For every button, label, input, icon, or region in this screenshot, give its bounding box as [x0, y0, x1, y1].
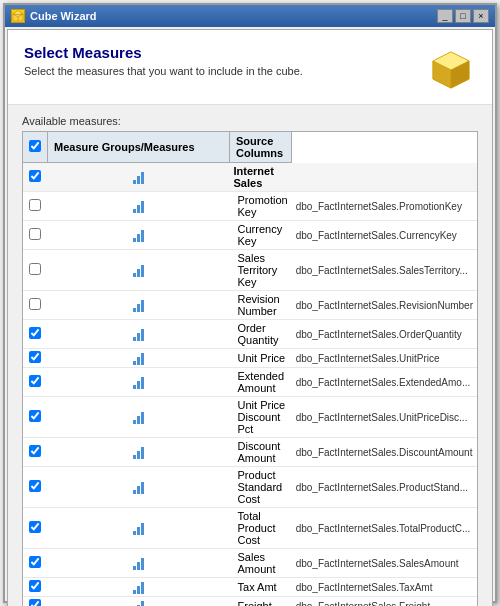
table-body: Internet SalesPromotion Keydbo_FactInter… — [23, 163, 477, 607]
available-measures-label: Available measures: — [22, 115, 478, 127]
row-checkbox-10[interactable] — [29, 480, 41, 492]
bar-chart-icon — [48, 291, 230, 320]
app-icon — [11, 9, 25, 23]
select-all-checkbox[interactable] — [29, 140, 41, 152]
maximize-button[interactable]: □ — [455, 9, 471, 23]
table-row: Sales Amountdbo_FactInternetSales.SalesA… — [23, 549, 477, 578]
measure-name: Product Standard Cost — [230, 467, 292, 508]
row-checkbox-11[interactable] — [29, 521, 41, 533]
table-row: Extended Amountdbo_FactInternetSales.Ext… — [23, 368, 477, 397]
table-row: Sales Territory Keydbo_FactInternetSales… — [23, 250, 477, 291]
measure-name: Order Quantity — [230, 320, 292, 349]
cube-wizard-window: Cube Wizard _ □ × Select Measures Select… — [3, 3, 497, 603]
title-bar-left: Cube Wizard — [11, 9, 97, 23]
bar-chart-icon — [48, 549, 230, 578]
measure-name: Extended Amount — [230, 368, 292, 397]
measure-name: Tax Amt — [230, 578, 292, 597]
table-row: Revision Numberdbo_FactInternetSales.Rev… — [23, 291, 477, 320]
page-title: Select Measures — [24, 44, 303, 61]
header-section: Select Measures Select the measures that… — [8, 30, 492, 105]
table-row: Order Quantitydbo_FactInternetSales.Orde… — [23, 320, 477, 349]
source-column: dbo_FactInternetSales.UnitPrice — [292, 349, 477, 368]
row-checkbox-3[interactable] — [29, 263, 41, 275]
measure-name: Sales Amount — [230, 549, 292, 578]
row-checkbox-8[interactable] — [29, 410, 41, 422]
bar-chart-icon — [48, 320, 230, 349]
row-checkbox-6[interactable] — [29, 351, 41, 363]
row-checkbox-1[interactable] — [29, 199, 41, 211]
page-subtitle: Select the measures that you want to inc… — [24, 65, 303, 77]
bar-chart-icon — [48, 192, 230, 221]
source-column: dbo_FactInternetSales.CurrencyKey — [292, 221, 477, 250]
header-text: Select Measures Select the measures that… — [24, 44, 303, 77]
source-column: dbo_FactInternetSales.TaxAmt — [292, 578, 477, 597]
source-column: dbo_FactInternetSales.Freight — [292, 597, 477, 607]
source-column: dbo_FactInternetSales.ProductStand... — [292, 467, 477, 508]
source-column: dbo_FactInternetSales.DiscountAmount — [292, 438, 477, 467]
bar-chart-icon — [48, 368, 230, 397]
svg-marker-1 — [13, 11, 23, 14]
row-checkbox-9[interactable] — [29, 445, 41, 457]
bar-chart-icon — [48, 508, 230, 549]
row-checkbox-5[interactable] — [29, 327, 41, 339]
header-icon — [426, 44, 476, 94]
measure-name: Internet Sales — [230, 163, 292, 192]
row-checkbox-2[interactable] — [29, 228, 41, 240]
table-header-row: Measure Groups/Measures Source Columns — [23, 132, 477, 163]
row-checkbox-13[interactable] — [29, 580, 41, 592]
measure-name: Revision Number — [230, 291, 292, 320]
table-row: Discount Amountdbo_FactInternetSales.Dis… — [23, 438, 477, 467]
measures-column-header: Measure Groups/Measures — [48, 132, 230, 163]
source-column: dbo_FactInternetSales.UnitPriceDisc... — [292, 397, 477, 438]
bar-chart-icon — [48, 597, 230, 607]
cube-svg — [429, 47, 474, 92]
measures-table-container[interactable]: Measure Groups/Measures Source Columns I… — [22, 131, 478, 606]
title-bar: Cube Wizard _ □ × — [5, 5, 495, 27]
table-row: Total Product Costdbo_FactInternetSales.… — [23, 508, 477, 549]
table-row: Promotion Keydbo_FactInternetSales.Promo… — [23, 192, 477, 221]
bar-chart-icon — [48, 250, 230, 291]
source-column: dbo_FactInternetSales.OrderQuantity — [292, 320, 477, 349]
measure-name: Currency Key — [230, 221, 292, 250]
bar-chart-icon — [48, 349, 230, 368]
bar-chart-icon — [48, 467, 230, 508]
main-section: Available measures: Measure Groups/Measu… — [8, 105, 492, 606]
checkbox-header — [23, 132, 48, 163]
table-row: Currency Keydbo_FactInternetSales.Curren… — [23, 221, 477, 250]
source-column: dbo_FactInternetSales.SalesTerritory... — [292, 250, 477, 291]
row-checkbox-4[interactable] — [29, 298, 41, 310]
content-area: Select Measures Select the measures that… — [7, 29, 493, 606]
row-checkbox-12[interactable] — [29, 556, 41, 568]
table-row: Unit Pricedbo_FactInternetSales.UnitPric… — [23, 349, 477, 368]
source-column: dbo_FactInternetSales.PromotionKey — [292, 192, 477, 221]
bar-chart-icon — [48, 163, 230, 192]
measure-name: Total Product Cost — [230, 508, 292, 549]
source-column-header: Source Columns — [230, 132, 292, 163]
close-button[interactable]: × — [473, 9, 489, 23]
table-row: Freightdbo_FactInternetSales.Freight — [23, 597, 477, 607]
row-checkbox-0[interactable] — [29, 170, 41, 182]
bar-chart-icon — [48, 438, 230, 467]
minimize-button[interactable]: _ — [437, 9, 453, 23]
measure-name: Promotion Key — [230, 192, 292, 221]
table-row: Unit Price Discount Pctdbo_FactInternetS… — [23, 397, 477, 438]
source-column: dbo_FactInternetSales.ExtendedAmo... — [292, 368, 477, 397]
source-column: dbo_FactInternetSales.TotalProductC... — [292, 508, 477, 549]
bar-chart-icon — [48, 221, 230, 250]
measure-name: Sales Territory Key — [230, 250, 292, 291]
measure-name: Unit Price — [230, 349, 292, 368]
measures-table: Measure Groups/Measures Source Columns I… — [23, 132, 477, 606]
measure-name: Unit Price Discount Pct — [230, 397, 292, 438]
bar-chart-icon — [48, 397, 230, 438]
window-title: Cube Wizard — [30, 10, 97, 22]
row-checkbox-7[interactable] — [29, 375, 41, 387]
title-controls: _ □ × — [437, 9, 489, 23]
row-checkbox-14[interactable] — [29, 599, 41, 606]
source-column: dbo_FactInternetSales.RevisionNumber — [292, 291, 477, 320]
source-column — [292, 163, 477, 192]
table-row: Tax Amtdbo_FactInternetSales.TaxAmt — [23, 578, 477, 597]
table-row: Internet Sales — [23, 163, 477, 192]
bar-chart-icon — [48, 578, 230, 597]
source-column: dbo_FactInternetSales.SalesAmount — [292, 549, 477, 578]
measure-name: Discount Amount — [230, 438, 292, 467]
